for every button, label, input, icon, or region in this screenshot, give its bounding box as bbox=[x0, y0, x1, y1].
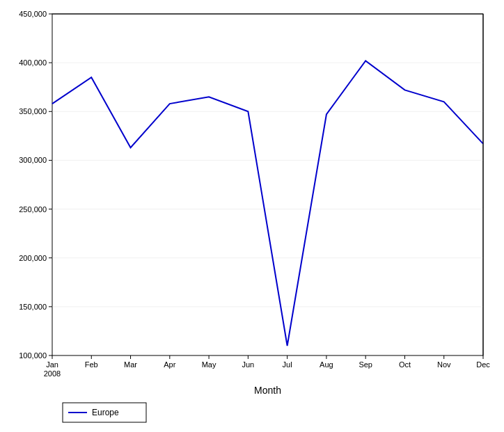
svg-text:200,000: 200,000 bbox=[19, 254, 47, 262]
svg-text:Oct: Oct bbox=[399, 360, 411, 369]
svg-text:Nov: Nov bbox=[437, 360, 451, 369]
svg-text:300,000: 300,000 bbox=[19, 156, 47, 164]
svg-text:100,000: 100,000 bbox=[19, 351, 47, 360]
svg-text:Mar: Mar bbox=[124, 360, 137, 369]
svg-text:Feb: Feb bbox=[85, 360, 98, 369]
svg-text:May: May bbox=[202, 360, 216, 369]
svg-text:Apr: Apr bbox=[164, 360, 175, 369]
svg-text:Jul: Jul bbox=[283, 360, 292, 369]
x-axis-label: Month bbox=[254, 385, 281, 396]
svg-text:350,000: 350,000 bbox=[19, 107, 47, 115]
svg-text:Aug: Aug bbox=[320, 360, 333, 369]
svg-rect-0 bbox=[52, 14, 483, 355]
svg-text:2008: 2008 bbox=[44, 369, 61, 378]
svg-text:450,000: 450,000 bbox=[19, 10, 47, 18]
svg-text:400,000: 400,000 bbox=[19, 58, 47, 67]
chart-container: 100,000150,000200,000250,000300,000350,0… bbox=[0, 0, 504, 432]
svg-text:Sep: Sep bbox=[359, 360, 372, 369]
svg-text:Jan: Jan bbox=[46, 360, 58, 369]
svg-text:Jun: Jun bbox=[242, 360, 254, 369]
svg-text:Dec: Dec bbox=[476, 360, 490, 369]
svg-text:150,000: 150,000 bbox=[19, 303, 47, 311]
svg-text:250,000: 250,000 bbox=[19, 205, 47, 214]
legend-label: Europe bbox=[92, 408, 119, 417]
